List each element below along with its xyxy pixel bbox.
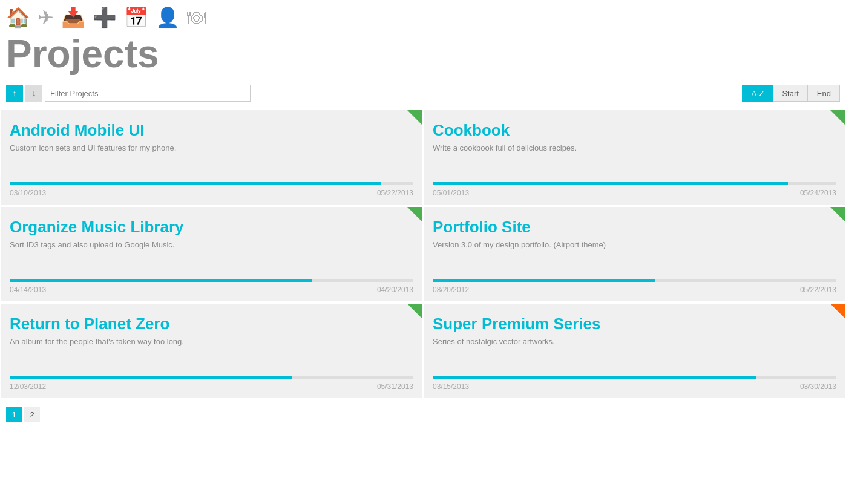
progress-container [10, 376, 413, 379]
project-card[interactable]: Cookbook Write a cookbook full of delici… [423, 109, 846, 206]
projects-grid: Android Mobile UI Custom icon sets and U… [0, 109, 846, 399]
calendar-icon[interactable]: 📅 [124, 6, 148, 29]
filter-input[interactable] [45, 85, 251, 102]
top-nav: 🏠 ✈ 📥 ➕ 📅 👤 🍽 [0, 0, 846, 29]
progress-track [10, 279, 413, 282]
progress-track [433, 376, 836, 379]
plane-icon[interactable]: ✈ [38, 6, 54, 29]
food-icon[interactable]: 🍽 [187, 7, 206, 29]
progress-track [10, 376, 413, 379]
add-icon[interactable]: ➕ [93, 6, 117, 29]
end-date: 04/20/2013 [377, 286, 413, 294]
project-dates: 05/01/2013 05/24/2013 [433, 189, 836, 197]
progress-track [433, 182, 836, 185]
progress-bar [433, 279, 655, 282]
progress-container [433, 376, 836, 379]
filter-right: A-Z Start End [742, 85, 840, 102]
project-title[interactable]: Organize Music Library [10, 218, 413, 237]
start-date: 12/03/2012 [10, 382, 46, 391]
az-button[interactable]: A-Z [742, 85, 773, 102]
sort-up-button[interactable]: ↑ [6, 85, 23, 102]
project-title[interactable]: Super Premium Series [433, 315, 836, 333]
start-button[interactable]: Start [773, 85, 807, 102]
progress-container [10, 279, 413, 282]
end-date: 05/22/2013 [377, 189, 413, 197]
end-button[interactable]: End [808, 85, 840, 102]
page-button[interactable]: 1 [6, 407, 22, 422]
corner-tag [407, 207, 422, 221]
progress-bar [10, 376, 292, 379]
user-icon[interactable]: 👤 [156, 6, 180, 29]
end-date: 05/24/2013 [800, 189, 836, 197]
project-title[interactable]: Return to Planet Zero [10, 315, 413, 333]
project-card[interactable]: Return to Planet Zero An album for the p… [0, 303, 423, 399]
project-desc: Custom icon sets and UI features for my … [10, 143, 413, 152]
project-dates: 08/20/2012 05/22/2013 [433, 286, 836, 294]
sort-down-button[interactable]: ↓ [25, 85, 42, 102]
pagination: 12 [0, 399, 846, 430]
project-desc: An album for the people that's taken way… [10, 337, 413, 346]
project-title[interactable]: Android Mobile UI [10, 121, 413, 140]
progress-bar [10, 182, 381, 185]
project-dates: 03/10/2013 05/22/2013 [10, 189, 413, 197]
progress-container [433, 279, 836, 282]
end-date: 05/31/2013 [377, 382, 413, 391]
progress-bar [433, 182, 788, 185]
project-card[interactable]: Android Mobile UI Custom icon sets and U… [0, 109, 423, 206]
end-date: 03/30/2013 [800, 382, 836, 391]
page-button[interactable]: 2 [24, 407, 40, 422]
project-desc: Version 3.0 of my design portfolio. (Air… [433, 240, 836, 249]
corner-tag [830, 304, 845, 318]
project-card[interactable]: Super Premium Series Series of nostalgic… [423, 303, 846, 399]
project-dates: 12/03/2012 05/31/2013 [10, 382, 413, 391]
inbox-icon[interactable]: 📥 [61, 6, 85, 29]
project-dates: 03/15/2013 03/30/2013 [433, 382, 836, 391]
project-desc: Series of nostalgic vector artworks. [433, 337, 836, 346]
corner-tag [830, 207, 845, 221]
project-title[interactable]: Portfolio Site [433, 218, 836, 237]
start-date: 05/01/2013 [433, 189, 469, 197]
project-card[interactable]: Organize Music Library Sort ID3 tags and… [0, 206, 423, 303]
filter-left: ↑ ↓ [6, 85, 251, 102]
corner-tag [407, 110, 422, 125]
start-date: 08/20/2012 [433, 286, 469, 294]
project-card[interactable]: Portfolio Site Version 3.0 of my design … [423, 206, 846, 303]
project-title[interactable]: Cookbook [433, 121, 836, 140]
progress-track [10, 182, 413, 185]
start-date: 03/15/2013 [433, 382, 469, 391]
project-dates: 04/14/2013 04/20/2013 [10, 286, 413, 294]
corner-tag [407, 304, 422, 318]
home-icon[interactable]: 🏠 [6, 6, 30, 29]
project-desc: Sort ID3 tags and also upload to Google … [10, 240, 413, 249]
start-date: 04/14/2013 [10, 286, 46, 294]
corner-tag [830, 110, 845, 125]
progress-container [433, 182, 836, 185]
progress-bar [10, 279, 312, 282]
start-date: 03/10/2013 [10, 189, 46, 197]
progress-container [10, 182, 413, 185]
end-date: 05/22/2013 [800, 286, 836, 294]
filter-bar: ↑ ↓ A-Z Start End [0, 82, 846, 104]
project-desc: Write a cookbook full of delicious recip… [433, 143, 836, 152]
page-title: Projects [0, 29, 846, 82]
progress-bar [433, 376, 756, 379]
progress-track [433, 279, 836, 282]
